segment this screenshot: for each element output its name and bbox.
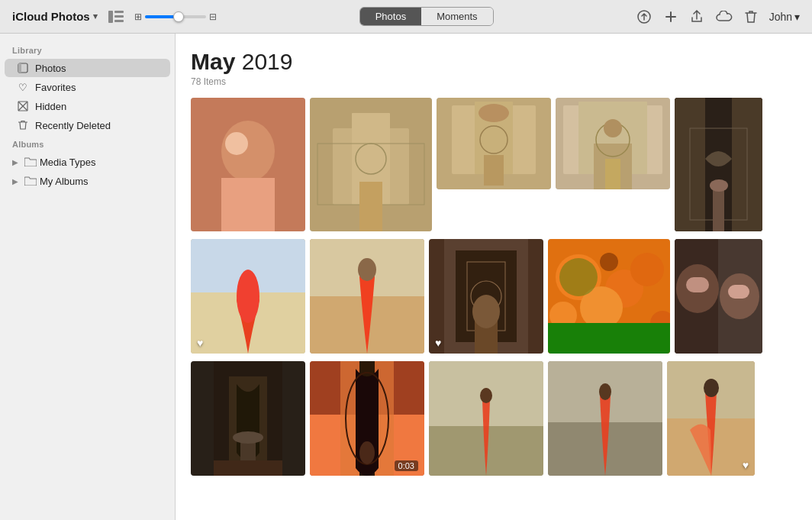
zoom-small-icon: ⊞ [134, 11, 142, 22]
sidebar-item-recently-deleted[interactable]: Recently Deleted [5, 116, 170, 134]
heart-badge-6: ♥ [197, 337, 203, 349]
svg-rect-1 [114, 11, 124, 13]
titlebar-left: iCloud Photos ▾ ⊞ ⊟ [12, 10, 217, 24]
svg-rect-6 [18, 63, 21, 73]
user-chevron: ▾ [794, 11, 800, 23]
svg-rect-74 [214, 460, 282, 476]
sidebar: Library Photos ♡ Favorites Hidden Recent… [0, 34, 176, 520]
photo-item-7[interactable] [310, 239, 424, 354]
zoom-slider[interactable] [145, 15, 206, 18]
share-icon[interactable] [690, 10, 704, 24]
trash-icon [17, 119, 29, 131]
svg-rect-24 [484, 155, 504, 186]
view-tab-group: Photos Moments [359, 7, 494, 26]
svg-point-61 [559, 258, 598, 296]
sidebar-item-photos[interactable]: Photos [5, 59, 170, 77]
svg-point-79 [359, 441, 375, 464]
photo-item-10[interactable] [675, 239, 762, 354]
svg-rect-62 [548, 323, 670, 354]
svg-point-13 [225, 132, 248, 155]
photo-item-2[interactable] [310, 98, 432, 231]
favorites-icon: ♡ [17, 81, 29, 93]
svg-point-32 [604, 119, 622, 137]
delete-icon[interactable] [745, 10, 757, 24]
add-icon[interactable] [664, 10, 678, 24]
content-month: May [191, 49, 235, 74]
app-title-text: iCloud Photos [12, 10, 90, 23]
photo-item-13[interactable] [429, 361, 543, 476]
photo-item-3[interactable] [437, 98, 551, 189]
svg-rect-2 [114, 15, 124, 18]
sidebar-item-favorites[interactable]: ♡ Favorites [5, 78, 170, 96]
svg-point-91 [704, 379, 719, 397]
photo-item-1[interactable] [191, 98, 305, 231]
svg-point-60 [600, 253, 618, 271]
svg-point-83 [480, 388, 492, 403]
zoom-control: ⊞ ⊟ [134, 11, 217, 22]
content-header: May 2019 78 Items [191, 49, 797, 87]
titlebar-center: Photos Moments [359, 7, 494, 26]
heart-badge-15: ♥ [743, 459, 749, 471]
sidebar-item-favorites-label: Favorites [35, 82, 76, 93]
svg-point-37 [710, 179, 728, 192]
app-title-chevron: ▾ [93, 11, 98, 21]
svg-rect-18 [359, 182, 382, 231]
photo-item-5[interactable] [675, 98, 762, 231]
sidebar-item-my-albums[interactable]: ▶ My Albums [5, 172, 170, 190]
zoom-slider-thumb [173, 11, 184, 22]
content-title: May 2019 [191, 49, 797, 75]
svg-point-73 [233, 431, 263, 444]
svg-point-25 [478, 104, 509, 122]
svg-point-57 [630, 253, 664, 286]
photo-item-4[interactable] [556, 98, 670, 189]
user-menu[interactable]: John ▾ [769, 11, 800, 23]
photo-item-11[interactable] [191, 361, 305, 476]
main-layout: Library Photos ♡ Favorites Hidden Recent… [0, 34, 812, 520]
tab-moments[interactable]: Moments [421, 8, 492, 25]
svg-point-87 [599, 383, 611, 400]
icloud-icon[interactable] [716, 11, 733, 23]
sidebar-item-my-albums-label: My Albums [40, 176, 89, 187]
sidebar-item-media-types[interactable]: ▶ Media Types [5, 153, 170, 171]
svg-rect-69 [728, 285, 749, 299]
video-badge-12: 0:03 [395, 460, 418, 471]
app-title[interactable]: iCloud Photos ▾ [12, 10, 98, 23]
content-item-count: 78 Items [191, 76, 797, 87]
photo-item-6[interactable]: ♥ [191, 239, 305, 354]
photo-item-12[interactable]: 0:03 [310, 361, 424, 476]
sidebar-item-hidden[interactable]: Hidden [5, 97, 170, 115]
titlebar: iCloud Photos ▾ ⊞ ⊟ Photos Moments [0, 0, 812, 34]
svg-point-41 [237, 270, 259, 323]
titlebar-right: John ▾ [636, 9, 800, 24]
sidebar-item-hidden-label: Hidden [35, 101, 66, 112]
user-name: John [769, 11, 792, 23]
content-year: 2019 [242, 49, 293, 74]
hidden-icon [17, 100, 29, 112]
library-section-label: Library [0, 41, 175, 58]
zoom-large-icon: ⊟ [209, 11, 217, 22]
photo-item-9[interactable] [548, 239, 670, 354]
media-types-folder-icon [24, 156, 37, 168]
my-albums-folder-icon [24, 175, 37, 187]
sidebar-item-recently-deleted-label: Recently Deleted [35, 120, 111, 131]
svg-point-45 [358, 258, 376, 281]
sidebar-item-media-types-label: Media Types [40, 157, 95, 168]
heart-badge-8: ♥ [435, 337, 441, 349]
sidebar-item-photos-label: Photos [35, 63, 66, 74]
svg-rect-0 [108, 11, 113, 23]
svg-rect-3 [114, 20, 124, 22]
content-area: May 2019 78 Items [176, 34, 812, 520]
svg-rect-12 [221, 178, 275, 231]
sidebar-toggle-button[interactable] [107, 10, 125, 24]
albums-section-label: Albums [0, 135, 175, 152]
svg-rect-36 [713, 189, 724, 231]
photo-item-15[interactable]: ♥ [667, 361, 755, 476]
svg-rect-68 [686, 277, 709, 292]
photo-item-14[interactable] [548, 361, 662, 476]
photo-item-8[interactable]: ♥ [429, 239, 543, 354]
photo-row-3: 0:03 [191, 361, 797, 476]
photo-row-1 [191, 98, 797, 231]
tab-photos[interactable]: Photos [360, 8, 421, 25]
photo-row-2: ♥ [191, 239, 797, 354]
upload-icon[interactable] [636, 9, 652, 24]
